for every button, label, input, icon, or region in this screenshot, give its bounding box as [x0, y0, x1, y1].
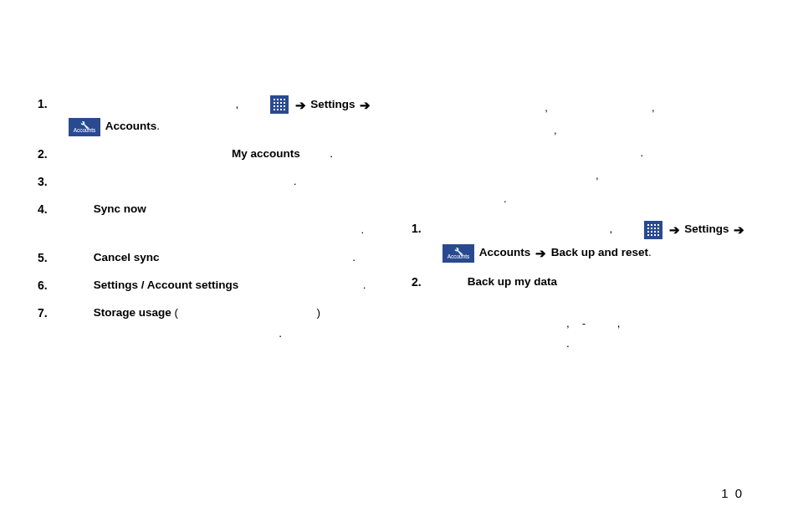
my-accounts-label: My accounts — [232, 147, 300, 160]
arrow-icon: ➔ — [360, 98, 371, 112]
li1-prefix1: 홈 스크린에서, — [67, 98, 144, 110]
backup-reset-label: Back up and reset — [551, 246, 648, 258]
period: . — [156, 120, 160, 132]
li6-tail: 를 눌러 계정 설정 접근. — [242, 279, 363, 291]
li5-tail: 를 눌러 동기화 취소. — [162, 251, 269, 263]
period4: . — [361, 223, 365, 236]
li7-prefix: 터치 — [67, 306, 94, 319]
cancel-sync-label: Cancel sync — [94, 251, 160, 263]
left-item-2: 아래의 계정 유형을 터치하세요 My accounts 영역.. — [38, 144, 386, 165]
left-item-4: 터치 Sync now 를 눌러 계정을 동기화하거나 개별 항목을 터치하여 … — [38, 199, 386, 241]
apps-icon — [270, 95, 289, 114]
ri2-punct: , - , — [566, 317, 621, 330]
ri1-prefix2: 터치 — [616, 223, 642, 236]
ri1-prefix1: 홈 스크린에서, — [441, 223, 518, 236]
left-column: 계정의 동기화, 전송, 교체, 또는 삭제. 동기화 과정에서, 홈 스크린에… — [38, 50, 386, 361]
page-columns: 계정의 동기화, 전송, 교체, 또는 삭제. 동기화 과정에서, 홈 스크린에… — [38, 50, 760, 361]
right-intro: 주의: 기능 사용 가능 여부 확인, 서비스 약관 확인, 요금 및 기타 정… — [412, 50, 760, 210]
period5: . — [352, 251, 356, 263]
left-list: 홈 스크린에서,, 터치 ➔ Settings ➔ Accounts. 아래의 … — [38, 94, 386, 345]
arrow-icon: ➔ — [734, 223, 744, 237]
sync-now-label: Sync now — [94, 202, 146, 215]
left-item-1: 홈 스크린에서,, 터치 ➔ Settings ➔ Accounts. — [38, 94, 386, 138]
back-up-my-data-label: Back up my data — [468, 275, 557, 288]
accounts-label-r: Accounts — [479, 246, 531, 258]
arrow-icon: ➔ — [535, 246, 546, 260]
left-item-5: 터치 Cancel sync 를 눌러 동기화 취소.. — [38, 248, 386, 269]
ri2-prefix: 터치 — [441, 275, 468, 288]
li5-prefix: 터치 — [67, 251, 94, 263]
arrow-icon: ➔ — [295, 98, 306, 112]
page-number: 1 0 — [721, 486, 744, 500]
li2-prefix: 아래의 계정 유형을 터치하세요 — [67, 147, 232, 160]
accounts-icon — [442, 244, 474, 263]
period6: . — [363, 279, 366, 291]
right-intro-tail: 모든 기능이 구매에 포함되지 않을 수 있음. — [428, 146, 640, 159]
li1-prefix2: 터치 — [242, 98, 269, 110]
li3-text: 관리할 계정의 이름을 터치하여 선택하세요. — [67, 175, 294, 187]
left-item-3: 관리할 계정의 이름을 터치하여 선택하세요.. — [38, 171, 386, 192]
right-list: 홈 스크린에서,, 터치 ➔ Settings ➔ Accounts ➔ Bac… — [412, 218, 760, 355]
li4-prefix: 터치 — [67, 202, 94, 215]
comma1: , — [236, 98, 239, 110]
rcomma1: , — [610, 223, 613, 236]
left-item-6: 터치 Settings / Account settings 를 눌러 계정 설… — [38, 275, 386, 296]
arrow-icon: ➔ — [669, 223, 680, 237]
right-item-2: 터치 Back up my data 를 눌러 현재 설정, 애플리케이션 데이… — [412, 272, 760, 356]
right-item-1: 홈 스크린에서,, 터치 ➔ Settings ➔ Accounts ➔ Bac… — [412, 218, 760, 265]
left-intro: 계정의 동기화, 전송, 교체, 또는 삭제. 동기화 과정에서, — [38, 50, 386, 85]
accounts-icon — [69, 118, 100, 136]
paren-text: 사용 가능한 경우 — [178, 306, 267, 319]
period3: . — [294, 175, 297, 187]
left-item-7: 터치 Storage usage (사용 가능한 경우) 를 눌러 스토리지 사… — [38, 303, 386, 345]
right-intro-text: 주의: 기능 사용 가능 여부 확인, 서비스 약관 확인, 요금 및 기타 정… — [428, 55, 755, 114]
accounts-label: Accounts — [105, 120, 157, 132]
li2-mid: 영역. — [304, 147, 330, 160]
period7: . — [279, 327, 282, 340]
settings-label: Settings — [310, 98, 355, 110]
paren-close: ) — [317, 306, 324, 319]
apps-icon — [644, 221, 662, 239]
right-column: 주의: 기능 사용 가능 여부 확인, 서비스 약관 확인, 요금 및 기타 정… — [412, 50, 760, 361]
li6-prefix: 터치 — [67, 279, 94, 291]
settings-label-r: Settings — [684, 223, 729, 236]
period2: . — [330, 147, 333, 160]
settings-account-settings-label: Settings / Account settings — [94, 279, 239, 291]
ri2-period: . — [566, 337, 570, 350]
storage-usage-label: Storage usage — [94, 306, 171, 319]
rperiod1: . — [648, 246, 652, 258]
